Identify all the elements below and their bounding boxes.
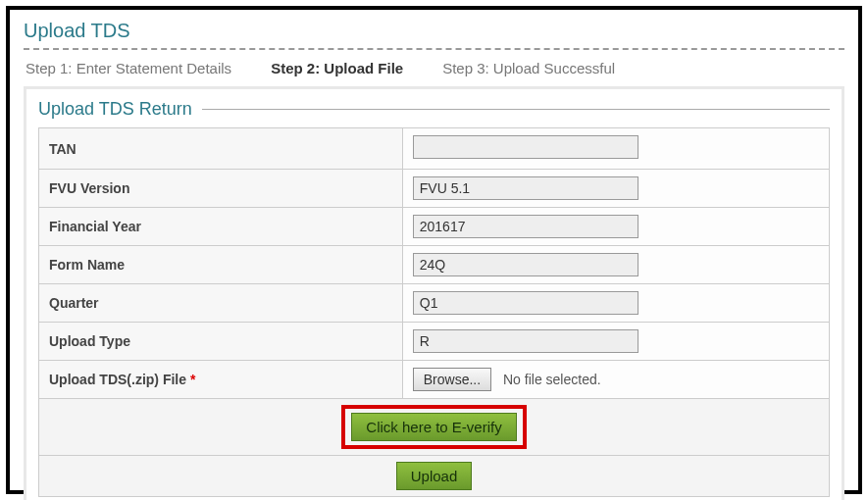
cell-form: 24Q (402, 246, 829, 284)
value-tan (413, 135, 638, 159)
section-line (202, 109, 830, 110)
everify-highlight: Click here to E-verify (341, 405, 526, 449)
everify-row: Click here to E-verify (38, 399, 830, 456)
section-title: Upload TDS Return (38, 99, 202, 120)
cell-fvu: FVU 5.1 (402, 170, 829, 208)
cell-fy: 201617 (402, 208, 829, 246)
cell-tan (402, 128, 829, 170)
value-quarter: Q1 (413, 291, 638, 315)
cell-file: Browse... No file selected. (402, 361, 829, 399)
label-tan: TAN (39, 128, 403, 170)
title-divider (24, 48, 844, 50)
file-status: No file selected. (503, 372, 601, 387)
cell-quarter: Q1 (402, 284, 829, 323)
value-fy: 201617 (413, 215, 638, 238)
upload-row: Upload (38, 456, 830, 497)
form-table: TAN FVU Version FVU 5.1 Financial Year 2… (38, 127, 830, 399)
step-1: Step 1: Enter Statement Details (26, 60, 231, 76)
page-title: Upload TDS (24, 20, 844, 46)
label-file: Upload TDS(.zip) File * (39, 361, 403, 399)
everify-button[interactable]: Click here to E-verify (351, 413, 516, 441)
required-asterisk: * (190, 372, 195, 387)
section-header: Upload TDS Return (38, 99, 830, 120)
cell-uptype: R (402, 323, 829, 361)
step-2: Step 2: Upload File (271, 60, 403, 76)
browse-button[interactable]: Browse... (413, 368, 491, 391)
step-3: Step 3: Upload Successful (442, 60, 615, 76)
value-fvu: FVU 5.1 (413, 176, 638, 200)
label-uptype: Upload Type (39, 323, 403, 361)
upload-tds-page: Upload TDS Step 1: Enter Statement Detai… (6, 6, 862, 494)
label-fy: Financial Year (39, 208, 403, 246)
label-fvu: FVU Version (39, 170, 403, 208)
step-indicator: Step 1: Enter Statement Details Step 2: … (24, 54, 844, 86)
upload-button[interactable]: Upload (396, 462, 473, 490)
value-form: 24Q (413, 253, 638, 276)
label-quarter: Quarter (39, 284, 403, 323)
upload-panel: Upload TDS Return TAN FVU Version FVU 5.… (24, 86, 844, 500)
label-form: Form Name (39, 246, 403, 284)
label-file-text: Upload TDS(.zip) File (49, 372, 190, 387)
value-uptype: R (413, 329, 638, 353)
